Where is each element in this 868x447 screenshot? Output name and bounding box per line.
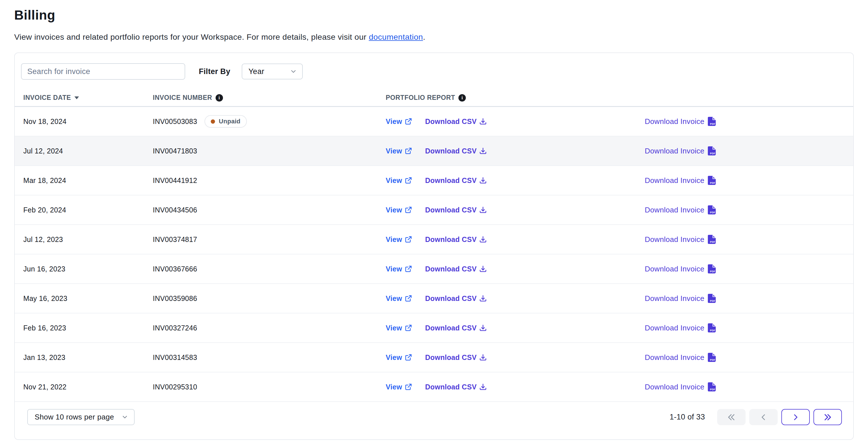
download-csv-link[interactable]: Download CSV [425, 235, 487, 244]
pdf-file-icon: PDF [708, 382, 716, 391]
download-csv-link[interactable]: Download CSV [425, 147, 487, 155]
download-csv-link[interactable]: Download CSV [425, 176, 487, 185]
info-icon[interactable]: i [458, 94, 466, 102]
download-csv-link[interactable]: Download CSV [425, 117, 487, 126]
pdf-file-icon: PDF [708, 146, 716, 156]
download-invoice-label: Download Invoice [645, 353, 704, 362]
external-link-icon [405, 177, 412, 184]
download-csv-label: Download CSV [425, 206, 476, 214]
search-input[interactable] [21, 63, 185, 80]
download-icon [479, 236, 487, 243]
portfolio-report-cell: View Download CSV [386, 265, 645, 273]
invoice-number-header-label: INVOICE NUMBER [153, 94, 212, 102]
view-report-link[interactable]: View [386, 324, 412, 332]
download-csv-label: Download CSV [425, 265, 476, 273]
next-page-button[interactable] [781, 409, 810, 425]
first-page-button[interactable] [717, 409, 746, 425]
invoice-number-value: INV00503083 [153, 117, 197, 126]
portfolio-report-cell: View Download CSV [386, 117, 645, 126]
invoice-number-cell: INV00314583 [153, 353, 386, 362]
download-icon [479, 147, 487, 155]
download-invoice-link[interactable]: Download Invoice PDF [645, 205, 716, 214]
download-icon [479, 206, 487, 214]
download-invoice-label: Download Invoice [645, 147, 704, 156]
invoice-date-value: Jun 16, 2023 [23, 265, 65, 273]
view-report-link[interactable]: View [386, 353, 412, 362]
view-link-label: View [386, 235, 402, 244]
download-csv-label: Download CSV [425, 147, 476, 155]
download-invoice-link[interactable]: Download Invoice PDF [645, 382, 716, 391]
invoice-number-cell: INV00327246 [153, 324, 386, 332]
description-text: View invoices and related portfolio repo… [14, 32, 369, 41]
download-invoice-link[interactable]: Download Invoice PDF [645, 176, 716, 185]
invoice-number-value: INV00441912 [153, 176, 197, 185]
download-csv-link[interactable]: Download CSV [425, 206, 487, 214]
invoice-date-value: Nov 21, 2022 [23, 383, 66, 391]
portfolio-report-cell: View Download CSV [386, 206, 645, 214]
download-csv-link[interactable]: Download CSV [425, 383, 487, 391]
download-csv-link[interactable]: Download CSV [425, 324, 487, 332]
page-description: View invoices and related portfolio repo… [14, 32, 854, 42]
view-report-link[interactable]: View [386, 147, 412, 155]
svg-text:PDF: PDF [710, 388, 715, 391]
view-report-link[interactable]: View [386, 383, 412, 391]
unpaid-dot-icon [211, 119, 215, 124]
download-icon [479, 383, 487, 391]
svg-text:PDF: PDF [710, 270, 715, 273]
svg-text:PDF: PDF [710, 358, 715, 362]
external-link-icon [405, 118, 412, 125]
download-csv-link[interactable]: Download CSV [425, 353, 487, 362]
view-report-link[interactable]: View [386, 265, 412, 273]
external-link-icon [405, 324, 412, 332]
download-invoice-label: Download Invoice [645, 117, 704, 126]
chevron-down-icon [290, 68, 297, 75]
download-icon [479, 177, 487, 184]
view-link-label: View [386, 265, 402, 273]
download-csv-label: Download CSV [425, 235, 476, 244]
view-report-link[interactable]: View [386, 117, 412, 126]
download-invoice-cell: Download Invoice PDF [645, 353, 845, 362]
previous-page-button[interactable] [749, 409, 778, 425]
download-invoice-link[interactable]: Download Invoice PDF [645, 264, 716, 273]
view-link-label: View [386, 383, 402, 391]
download-csv-link[interactable]: Download CSV [425, 265, 487, 273]
download-invoice-cell: Download Invoice PDF [645, 205, 845, 214]
download-invoice-cell: Download Invoice PDF [645, 146, 845, 156]
documentation-link[interactable]: documentation [369, 32, 423, 41]
view-link-label: View [386, 117, 402, 126]
table-row: Jul 12, 2023 INV00374817 View Download C… [15, 225, 853, 254]
external-link-icon [405, 265, 412, 273]
view-report-link[interactable]: View [386, 176, 412, 185]
table-row: Jul 12, 2024 INV00471803 View Download C… [15, 136, 853, 166]
view-report-link[interactable]: View [386, 206, 412, 214]
info-icon[interactable]: i [216, 94, 223, 102]
invoice-date-cell: Feb 20, 2024 [23, 206, 153, 214]
download-invoice-label: Download Invoice [645, 176, 704, 185]
view-link-label: View [386, 147, 402, 155]
invoice-number-value: INV00374817 [153, 235, 197, 244]
view-report-link[interactable]: View [386, 295, 412, 303]
pdf-file-icon: PDF [708, 294, 716, 303]
download-invoice-link[interactable]: Download Invoice PDF [645, 235, 716, 244]
column-header-invoice-date[interactable]: INVOICE DATE [23, 94, 153, 102]
invoice-number-value: INV00434506 [153, 206, 197, 214]
invoice-date-value: Jul 12, 2024 [23, 147, 63, 155]
download-csv-label: Download CSV [425, 324, 476, 332]
download-invoice-link[interactable]: Download Invoice PDF [645, 353, 716, 362]
invoice-number-cell: INV00503083 Unpaid [153, 115, 386, 128]
download-invoice-link[interactable]: Download Invoice PDF [645, 146, 716, 156]
download-csv-link[interactable]: Download CSV [425, 295, 487, 303]
rows-per-page-select[interactable]: Show 10 rows per page [27, 409, 135, 425]
filter-year-select[interactable]: Year [242, 64, 303, 79]
last-page-button[interactable] [813, 409, 842, 425]
svg-text:PDF: PDF [710, 241, 715, 243]
download-invoice-link[interactable]: Download Invoice PDF [645, 294, 716, 303]
svg-text:PDF: PDF [710, 300, 715, 302]
download-invoice-link[interactable]: Download Invoice PDF [645, 323, 716, 333]
invoice-number-value: INV00327246 [153, 324, 197, 332]
view-report-link[interactable]: View [386, 235, 412, 244]
billing-page: Billing View invoices and related portfo… [0, 0, 868, 440]
download-invoice-link[interactable]: Download Invoice PDF [645, 117, 716, 126]
pdf-file-icon: PDF [708, 323, 716, 333]
portfolio-report-cell: View Download CSV [386, 324, 645, 332]
